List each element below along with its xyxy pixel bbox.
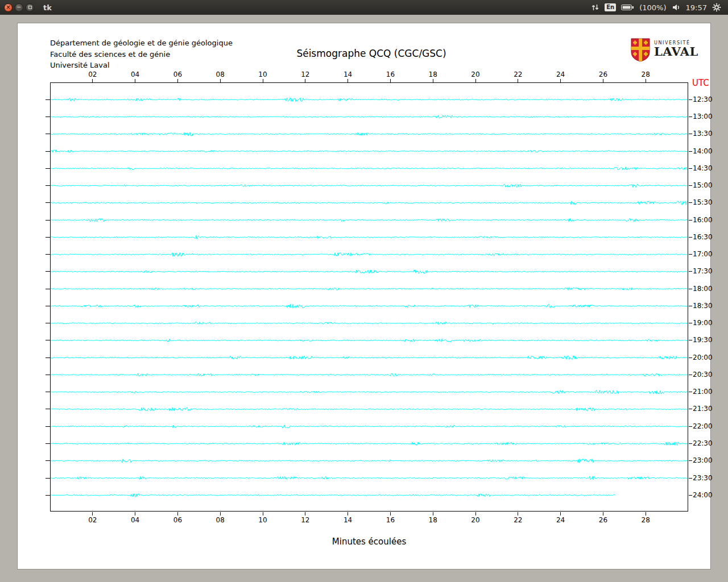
x-tick-top <box>475 79 476 82</box>
x-tick-label-top: 02 <box>84 70 101 78</box>
utc-time-label: 19:30 <box>693 336 713 344</box>
utc-time-label: 18:00 <box>693 285 713 293</box>
laval-wordmark-name: LAVAL <box>654 45 698 58</box>
maximize-button[interactable] <box>26 3 34 12</box>
trace-left-tick <box>46 99 50 100</box>
trace-right-tick <box>689 237 692 238</box>
utc-time-label: 22:30 <box>693 439 713 447</box>
utc-time-label: 21:30 <box>693 405 713 413</box>
institution-line: Faculté des sciences et de génie <box>50 49 233 60</box>
trace-right-tick <box>689 478 692 479</box>
x-tick-label-bottom: 28 <box>637 516 654 524</box>
close-button[interactable]: × <box>4 3 13 12</box>
trace-left-tick <box>46 426 50 427</box>
trace-right-tick <box>689 426 692 427</box>
trace-right-tick <box>689 271 692 272</box>
utc-time-label: 20:00 <box>693 354 713 361</box>
trace-right-tick <box>689 323 692 323</box>
trace-left-tick <box>46 478 50 479</box>
utc-time-label: 23:00 <box>693 456 713 464</box>
x-tick-label-bottom: 18 <box>424 516 441 524</box>
trace-left-tick <box>46 409 50 409</box>
x-tick-label-bottom: 04 <box>127 516 144 524</box>
x-tick-top <box>603 79 603 82</box>
x-tick-label-bottom: 26 <box>594 516 611 524</box>
utc-time-label: 13:00 <box>693 113 713 120</box>
trace-left-tick <box>46 340 50 340</box>
titlebar: × − tk En (100%) 19:57 <box>0 0 728 15</box>
trace-right-tick <box>689 340 692 340</box>
trace-left-tick <box>46 151 50 152</box>
trace-left-tick <box>46 443 50 444</box>
trace-left-tick <box>46 185 50 186</box>
x-tick-label-top: 26 <box>594 70 611 78</box>
trace-right-tick <box>689 117 692 117</box>
trace-right-tick <box>689 151 692 152</box>
trace-right-tick <box>689 168 692 169</box>
x-tick-top <box>433 79 433 82</box>
x-tick-label-top: 22 <box>510 70 527 78</box>
trace-right-tick <box>689 306 692 306</box>
utc-time-label: 15:00 <box>693 181 713 189</box>
trace-left-tick <box>46 306 50 306</box>
x-tick-bottom <box>433 512 433 516</box>
x-tick-label-bottom: 24 <box>552 516 569 524</box>
battery-icon[interactable] <box>621 4 634 11</box>
institution-line: Université Laval <box>50 60 233 71</box>
indicator-area: En (100%) 19:57 <box>591 3 728 12</box>
x-tick-label-bottom: 22 <box>510 516 527 524</box>
trace-left-tick <box>46 134 50 134</box>
keyboard-layout-indicator[interactable]: En <box>605 3 616 11</box>
x-tick-bottom <box>177 512 178 516</box>
x-tick-label-top: 20 <box>467 70 484 78</box>
trace-left-tick <box>46 495 50 496</box>
trace-right-tick <box>689 409 692 409</box>
x-tick-bottom <box>305 512 305 516</box>
x-tick-label-top: 08 <box>212 70 229 78</box>
x-tick-bottom <box>646 512 646 516</box>
x-tick-label-bottom: 12 <box>297 516 314 524</box>
utc-time-label: 24:00 <box>693 491 713 499</box>
x-tick-top <box>220 79 221 82</box>
maximize-icon <box>28 6 32 9</box>
trace-left-tick <box>46 202 50 203</box>
trace-left-tick <box>46 220 50 221</box>
trace-right-tick <box>689 134 692 134</box>
trace-right-tick <box>689 392 692 392</box>
utc-time-label: 21:00 <box>693 388 713 396</box>
window-controls: × − <box>0 3 34 12</box>
utc-axis-label: UTC <box>692 78 709 88</box>
laval-shield-icon <box>631 38 650 64</box>
x-tick-label-bottom: 06 <box>169 516 186 524</box>
x-tick-label-bottom: 20 <box>467 516 484 524</box>
utc-time-label: 19:00 <box>693 319 713 327</box>
x-tick-label-top: 24 <box>552 70 569 78</box>
chart-title: Séismographe QCQ (CGC/GSC) <box>258 48 485 59</box>
x-tick-bottom <box>220 512 221 516</box>
utc-time-label: 22:00 <box>693 422 713 430</box>
institution-line: Département de géologie et de génie géol… <box>50 38 233 49</box>
clock[interactable]: 19:57 <box>686 3 707 12</box>
x-tick-bottom <box>518 512 518 516</box>
x-tick-label-bottom: 02 <box>84 516 101 524</box>
x-tick-bottom <box>135 512 135 516</box>
volume-icon[interactable] <box>672 3 681 11</box>
x-tick-bottom <box>475 512 476 516</box>
utc-time-label: 14:30 <box>693 164 713 172</box>
x-tick-top <box>348 79 348 82</box>
trace-right-tick <box>689 202 692 203</box>
utc-time-label: 18:30 <box>693 302 713 310</box>
utc-time-label: 17:30 <box>693 267 713 275</box>
x-tick-label-top: 04 <box>127 70 144 78</box>
trace-right-tick <box>689 375 692 375</box>
minimize-button[interactable]: − <box>15 3 23 12</box>
x-tick-top <box>177 79 178 82</box>
x-tick-top <box>135 79 135 82</box>
x-tick-bottom <box>390 512 391 516</box>
app-window: Département de géologie et de génie géol… <box>17 23 711 569</box>
session-gear-icon[interactable] <box>712 3 721 12</box>
utc-time-label: 23:30 <box>693 474 713 482</box>
network-updown-arrows-icon[interactable] <box>591 3 599 11</box>
trace-left-tick <box>46 168 50 169</box>
trace-right-tick <box>689 220 692 221</box>
